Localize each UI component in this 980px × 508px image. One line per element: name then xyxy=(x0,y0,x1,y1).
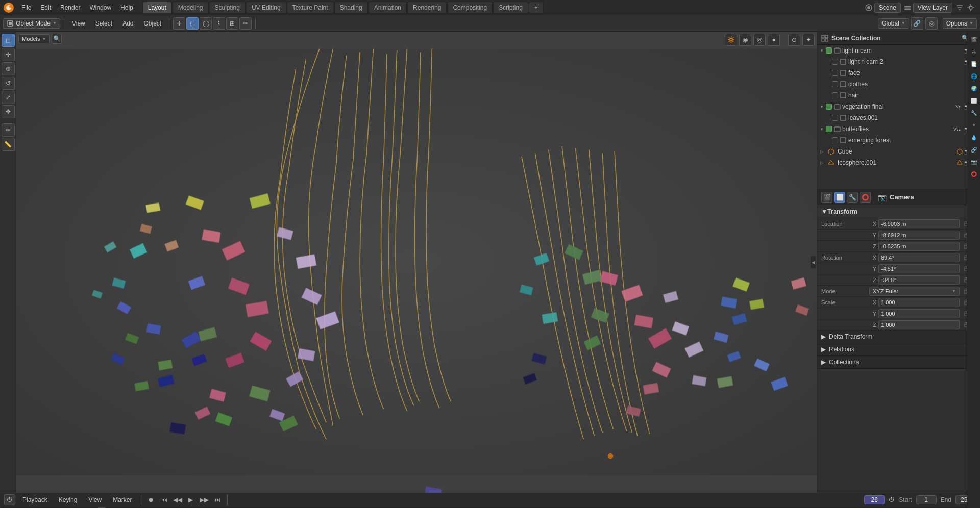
visibility-checkbox-clothes[interactable] xyxy=(832,81,838,87)
material-props-btn[interactable]: ⭕ xyxy=(968,168,979,180)
outliner-item-icosphere[interactable]: ▷ Icosphere.001 📷 📷 xyxy=(817,157,980,168)
move-tool-btn[interactable]: ⊕ xyxy=(2,62,15,75)
menu-render[interactable]: Render xyxy=(56,3,84,13)
tab-uv-editing[interactable]: UV Editing xyxy=(246,2,286,13)
proportional-btn[interactable]: ◎ xyxy=(925,17,938,30)
menu-edit[interactable]: Edit xyxy=(36,3,55,13)
timeline-marker-menu[interactable]: Marker xyxy=(109,495,136,505)
constraints-props-btn[interactable]: 🔗 xyxy=(968,144,979,155)
object-mode-dropdown[interactable]: Object Mode ▼ xyxy=(3,18,60,29)
jump-start-btn[interactable]: ⏮ xyxy=(159,495,169,505)
tab-compositing[interactable]: Compositing xyxy=(447,2,493,13)
jump-end-btn[interactable]: ⏭ xyxy=(212,495,223,505)
particles-props-btn[interactable]: ✦ xyxy=(968,119,979,131)
viewport-wireframe-btn[interactable]: 🔆 xyxy=(725,34,737,46)
viewport-solid-btn[interactable]: ◉ xyxy=(739,34,751,46)
outliner-item-cube[interactable]: ▷ Cube 📷 📷 xyxy=(817,146,980,157)
scene-name[interactable]: Scene xyxy=(874,3,901,13)
settings-icon[interactable] xyxy=(967,4,975,12)
transform-header[interactable]: ▼ Transform xyxy=(817,205,980,218)
outliner-item-hair[interactable]: ▷ hair xyxy=(817,90,980,101)
rotate-tool-btn[interactable]: ↺ xyxy=(2,77,15,90)
timeline-view-menu[interactable]: View xyxy=(84,495,106,505)
outliner-item-clothes[interactable]: ▷ clothes xyxy=(817,79,980,90)
transform-tool-btn[interactable]: ✥ xyxy=(2,105,15,118)
scene-props-btn[interactable]: 🌐 xyxy=(968,70,979,82)
scale-x-value[interactable]: 1.000 xyxy=(878,298,960,307)
select-circle-btn[interactable]: ◯ xyxy=(200,17,212,30)
toolbar-view[interactable]: View xyxy=(68,18,89,29)
menu-help[interactable]: Help xyxy=(116,3,137,13)
visibility-checkbox-face[interactable] xyxy=(832,70,838,76)
scale-y-value[interactable]: 1.000 xyxy=(878,309,960,318)
select-tool-btn[interactable]: ◻ xyxy=(2,34,15,47)
outliner-item-vegetation[interactable]: ▼ vegetation final V₂ 📷 📷 xyxy=(817,101,980,112)
toolbar-select[interactable]: Select xyxy=(91,18,116,29)
outliner-item-face[interactable]: ▷ face xyxy=(817,67,980,79)
object-props-btn[interactable]: ⬜ xyxy=(968,95,979,106)
rotation-y-value[interactable]: -4.51° xyxy=(878,264,960,273)
world-props-btn[interactable]: 🌍 xyxy=(968,83,979,94)
rotation-z-value[interactable]: -34.8° xyxy=(878,275,960,285)
search-models-btn[interactable]: 🔍 xyxy=(52,34,62,44)
measure-tool-btn[interactable]: 📏 xyxy=(2,138,15,151)
tab-scripting[interactable]: Scripting xyxy=(493,2,528,13)
outliner-item-butterflies[interactable]: ▼ butterflies V₃₄ 📷 📷 xyxy=(817,123,980,135)
filter-icon[interactable] xyxy=(955,4,964,12)
outliner-item-emerging-forest[interactable]: ▷ emerging forest xyxy=(817,135,980,146)
relations-header[interactable]: ▶ Relations xyxy=(817,343,980,355)
toolbar-object[interactable]: Object xyxy=(139,18,165,29)
tab-layout[interactable]: Layout xyxy=(142,2,172,13)
outliner-item-light-n-cam-2[interactable]: ▷ light n cam 2 📷 📷 xyxy=(817,56,980,67)
tab-rendering[interactable]: Rendering xyxy=(407,2,447,13)
tab-animation[interactable]: Animation xyxy=(369,2,407,13)
models-dropdown[interactable]: Models ▼ xyxy=(18,34,50,43)
timeline-keying-menu[interactable]: Keying xyxy=(55,495,82,505)
toolbar-add[interactable]: Add xyxy=(118,18,137,29)
select-all-btn[interactable]: ⊞ xyxy=(226,17,238,30)
timeline-mode-icon[interactable]: ⏱ xyxy=(4,494,15,505)
cursor-tool-btn[interactable]: ✛ xyxy=(173,17,185,30)
modifier-props-btn[interactable]: 🔧 xyxy=(968,107,979,118)
collections-header[interactable]: ▶ Collections xyxy=(817,356,980,368)
visibility-checkbox-leaves[interactable] xyxy=(832,115,838,121)
material-props-icon[interactable]: ⭕ xyxy=(860,192,871,203)
outliner-mode-icon[interactable] xyxy=(821,35,828,42)
tab-shading[interactable]: Shading xyxy=(334,2,368,13)
viewport-collapse-btn[interactable]: ◀ xyxy=(811,256,816,268)
keyframe-start-btn[interactable]: ⏺ xyxy=(146,495,156,505)
outliner-item-leaves[interactable]: ▷ leaves.001 xyxy=(817,112,980,123)
output-props-btn[interactable]: 🖨 xyxy=(968,46,979,57)
select-box-btn[interactable]: ◻ xyxy=(186,17,199,30)
rotation-mode-dropdown[interactable]: XYZ Euler ▼ xyxy=(869,287,960,296)
viewport-material-btn[interactable]: ◎ xyxy=(753,34,766,46)
visibility-checkbox-butterfly[interactable] xyxy=(826,126,832,132)
location-y-value[interactable]: -8.6912 m xyxy=(878,231,960,240)
scale-tool-btn[interactable]: ⤢ xyxy=(2,91,15,104)
viewport-rendered-btn[interactable]: ● xyxy=(768,34,780,46)
add-workspace-button[interactable]: + xyxy=(529,2,544,13)
timeline-playback-menu[interactable]: Playback xyxy=(18,495,52,505)
menu-file[interactable]: File xyxy=(17,3,35,13)
delta-transform-header[interactable]: ▶ Delta Transform xyxy=(817,331,980,343)
step-forward-btn[interactable]: ▶▶ xyxy=(199,495,209,505)
view-layer-name[interactable]: View Layer xyxy=(913,3,952,13)
scene-props-icon[interactable]: 🎬 xyxy=(821,192,832,203)
start-frame-input[interactable]: 1 xyxy=(916,495,937,504)
global-transform-dropdown[interactable]: Global ▼ xyxy=(878,18,909,29)
data-props-btn[interactable]: 📷 xyxy=(968,156,979,167)
tab-sculpting[interactable]: Sculpting xyxy=(209,2,246,13)
annotate-btn[interactable]: ✏ xyxy=(239,17,252,30)
step-back-btn[interactable]: ◀◀ xyxy=(173,495,183,505)
select-lasso-btn[interactable]: ⌇ xyxy=(213,17,225,30)
location-z-value[interactable]: -0.5235 m xyxy=(878,242,960,251)
scale-z-value[interactable]: 1.000 xyxy=(878,320,960,329)
visibility-checkbox-veg[interactable] xyxy=(826,104,832,110)
object-props-icon[interactable]: ⬜ xyxy=(834,192,845,203)
menu-window[interactable]: Window xyxy=(85,3,115,13)
tab-modeling[interactable]: Modeling xyxy=(173,2,209,13)
cursor-tool-btn-side[interactable]: ✛ xyxy=(2,48,15,61)
view-layer-props-btn[interactable]: 📑 xyxy=(968,58,979,69)
viewport-3d[interactable]: Models ▼ 🔍 🔆 ◉ ◎ ● ⊙ ✦ ◀ xyxy=(16,32,817,493)
physics-props-btn[interactable]: 💧 xyxy=(968,132,979,143)
